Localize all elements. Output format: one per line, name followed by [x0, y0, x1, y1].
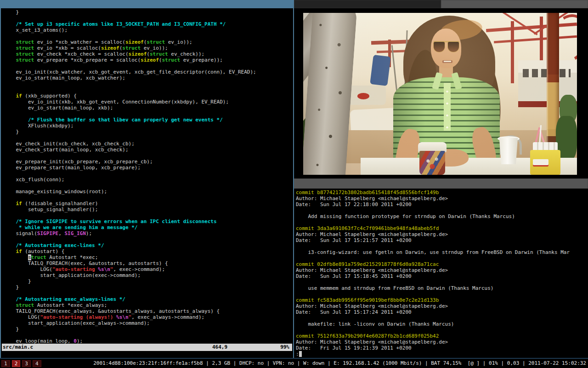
vim-titlebar[interactable]: main.c (~/i3/src) - VIM	[1, 0, 295, 8]
text-line: setup_signal_handler();	[4, 207, 292, 213]
text-line: use memmem and strndup from FreeBSD on D…	[296, 285, 588, 291]
vim-window: main.c (~/i3/src) - VIM } /* Set up i3 s…	[0, 0, 294, 359]
text-line: commit b87742172b3802badb615418f45d8556b…	[296, 190, 588, 196]
text-line	[4, 135, 292, 141]
text-line: Date: Sun Jul 17 15:18:45 2011 +0200	[296, 273, 588, 279]
text-line: /* Ignore SIGPIPE to survive errors when…	[4, 218, 292, 224]
text-line: Date: Fri Jul 15 19:21:39 2011 +0200	[296, 345, 588, 351]
vim-scroll-percent: 99%	[280, 344, 289, 351]
text-line: ev_check_start(main_loop, xcb_check);	[4, 147, 292, 153]
text-line: TAILQ_FOREACH(exec_always, &autostarts_a…	[4, 308, 292, 314]
text-line: Date: Sun Jul 17 15:17:24 2011 +0200	[296, 309, 588, 315]
text-line	[4, 236, 292, 242]
vim-status-file: src/main.c	[3, 344, 33, 350]
text-line: commit 7512f633a79b290f4e60287fb2b1cd689…	[296, 333, 588, 339]
video-warm-haze-overlay	[303, 13, 577, 175]
mplayer-video-area[interactable]	[294, 9, 588, 178]
text-line: commit fc583adb9956ff95e9019bef8bb0e7c2e…	[296, 297, 588, 303]
text-line: /* Flush the buffer so that libev can pr…	[4, 117, 292, 123]
text-line: struct ev_prepare *xcb_prepare = scalloc…	[4, 57, 292, 63]
i3-desktop: main.c (~/i3/src) - VIM } /* Set up i3 s…	[0, 0, 588, 368]
text-line	[4, 81, 292, 87]
text-line: ev_io_init(xcb_watcher, xcb_got_event, x…	[4, 69, 292, 75]
workspace-button-2[interactable]: 2	[12, 360, 21, 367]
text-line	[296, 207, 588, 213]
text-line: xcb_flush(conn);	[4, 177, 292, 183]
text-line: if (!disable_signalhandler)	[4, 201, 292, 207]
text-line: TAILQ_FOREACH(exec, &autostarts, autosta…	[4, 260, 292, 266]
text-line: x_set_i3_atoms();	[4, 27, 292, 33]
text-line	[4, 290, 292, 296]
text-line	[296, 243, 588, 249]
tab-mplayer[interactable]: MPlayer	[441, 0, 588, 8]
text-line: if (autostart) {	[4, 248, 292, 254]
text-line: struct ev_check *xcb_check = scalloc(siz…	[4, 51, 292, 57]
text-line: ev_check_init(xcb_check, xcb_check_cb);	[4, 141, 292, 147]
text-line: manage_existing_windows(root);	[4, 189, 292, 195]
text-line	[296, 327, 588, 333]
text-line: start_application(exec_always->command);	[4, 320, 292, 326]
tab-terminal-mplayer[interactable]: x200: mplayer S02/E05.avi	[294, 0, 441, 8]
workspace-button-1[interactable]: 1	[1, 360, 10, 367]
text-line: Date: Sun Jul 17 22:18:00 2011 +0200	[296, 201, 588, 207]
git-log-terminal[interactable]: commit b87742172b3802badb615418f45d8556b…	[296, 190, 588, 357]
text-line: }	[4, 326, 292, 332]
i3bar: 1234 2001:4d88:100e:23:21f:16ff:fe1a:f5b…	[0, 359, 588, 368]
text-line	[296, 219, 588, 225]
text-line: Author: Michael Stapelberg <michael@stap…	[296, 196, 588, 201]
text-line	[4, 153, 292, 159]
text-line: }	[4, 278, 292, 284]
text-line	[296, 315, 588, 321]
text-line: struct Autostart *exec;	[4, 254, 292, 260]
text-line	[4, 332, 292, 338]
text-line	[4, 111, 292, 117]
workspace-button-4[interactable]: 4	[33, 360, 41, 367]
text-line: Author: Michael Stapelberg <michael@stap…	[296, 339, 588, 345]
text-line: /* Autostarting exec-lines */	[4, 242, 292, 248]
text-line: start_application(exec->command);	[4, 272, 292, 278]
git-log-titlebar[interactable]: x200: git log	[294, 178, 588, 189]
text-line: ev_io_start(main_loop, xcb_watcher);	[4, 75, 292, 81]
vim-code-area[interactable]: } /* Set up i3 specific atoms like I3_SO…	[4, 9, 292, 344]
text-line: struct ev_io *xkb = scalloc(sizeof(struc…	[4, 45, 292, 51]
text-line: * while we are sending him a message */	[4, 224, 292, 230]
text-line	[4, 183, 292, 189]
text-line	[296, 279, 588, 285]
text-line: commit 02dfb8e891a759ed2152918778f6d0a92…	[296, 261, 588, 267]
text-line: signal(SIGPIPE, SIG_IGN);	[4, 230, 292, 236]
text-line: }	[4, 129, 292, 135]
text-line: makefile: link -liconv on Darwin (Thanks…	[296, 321, 588, 327]
text-line	[4, 15, 292, 21]
text-line: i3-config-wizard: use fgetln on Darwin, …	[296, 249, 588, 255]
text-line: ev_io_start(main_loop, xkb);	[4, 105, 292, 111]
text-line: struct ev_io *xcb_watcher = scalloc(size…	[4, 39, 292, 45]
text-line: Date: Sun Jul 17 15:21:57 2011 +0200	[296, 237, 588, 243]
text-line: Author: Michael Stapelberg <michael@stap…	[296, 231, 588, 237]
text-line: commit 3da3a691063f7c4c7f09461bbe948fa48…	[296, 225, 588, 231]
text-line: LOG("auto-starting (always!) %s\n", exec…	[4, 314, 292, 320]
text-line	[4, 213, 292, 218]
text-line: LOG("auto-starting %s\n", exec->command)…	[4, 266, 292, 272]
vim-cursor-position: 464,9	[212, 344, 227, 351]
text-line: XFlush(xkbdpy);	[4, 123, 292, 129]
text-line: /* Autostarting exec_always-lines */	[4, 296, 292, 302]
right-column: x200: mplayer S02/E05.avi MPlayer	[294, 0, 588, 359]
text-line: ev_prepare_start(main_loop, xcb_prepare)…	[4, 165, 292, 171]
video-frame	[303, 13, 577, 175]
workspace-buttons: 1234	[0, 359, 42, 368]
text-line: /* Set up i3 specific atoms like I3_SOCK…	[4, 21, 292, 27]
text-line	[296, 291, 588, 297]
workspace-button-3[interactable]: 3	[22, 360, 31, 367]
text-line: struct Autostart *exec_always;	[4, 302, 292, 308]
text-line	[4, 33, 292, 39]
text-line: ev_prepare_init(xcb_prepare, xcb_prepare…	[4, 159, 292, 165]
text-line: ev_io_init(xkb, xkb_got_event, Connectio…	[4, 99, 292, 105]
vim-commandline	[2, 351, 292, 358]
i3status-text: 2001:4d88:100e:23:21f:16ff:fe1a:f5b8 | 2…	[93, 359, 586, 368]
vim-statusline: src/main.c 464,9 99%	[2, 344, 292, 351]
text-line	[4, 171, 292, 177]
text-line: }	[4, 284, 292, 290]
text-line	[4, 195, 292, 201]
text-line: :	[296, 351, 588, 357]
text-line: Author: Michael Stapelberg <michael@stap…	[296, 267, 588, 273]
